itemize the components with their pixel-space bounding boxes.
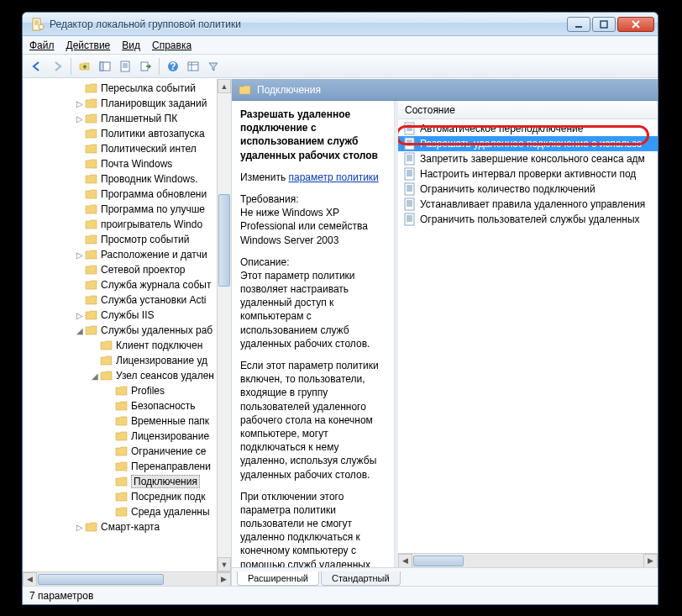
tree-item-label: Ограничение се	[131, 445, 206, 457]
tree-item[interactable]: Политический интел	[23, 141, 231, 156]
policy-item[interactable]: Настроить интервал проверки активности п…	[398, 166, 658, 182]
tree-item[interactable]: Программа обновлени	[23, 187, 231, 202]
svg-point-4	[39, 24, 44, 29]
list-scroll-thumb[interactable]	[413, 555, 464, 566]
tree-item-label: Пересылка событий	[101, 82, 196, 94]
tree-item[interactable]: Служба установки Acti	[23, 292, 231, 308]
forward-button[interactable]	[48, 57, 66, 76]
menu-view[interactable]: Вид	[122, 39, 140, 51]
policy-item[interactable]: Автоматическое переподключение	[398, 121, 658, 136]
svg-rect-11	[121, 61, 129, 71]
scroll-thumb-h[interactable]	[38, 574, 164, 585]
tree-item-label: Расположение и датчи	[101, 249, 207, 261]
expand-icon[interactable]: ▷	[75, 523, 85, 532]
tree-item[interactable]: ◢Службы удаленных раб	[23, 323, 231, 338]
content-area: Пересылка событий▷Планировщик заданий▷Пл…	[23, 78, 658, 586]
policy-item-label: Запретить завершение консольного сеанса …	[420, 153, 645, 165]
tab-extended[interactable]: Расширенный	[237, 571, 319, 586]
export-button[interactable]	[136, 57, 155, 76]
list-hscroll[interactable]: ◀ ▶	[398, 553, 658, 567]
tree-hscroll[interactable]: ◀ ▶	[23, 571, 231, 586]
list-scroll-right[interactable]: ▶	[643, 554, 658, 568]
tree-item[interactable]: Проводник Windows.	[23, 171, 231, 187]
policy-list[interactable]: Автоматическое переподключениеРазрешать …	[398, 119, 658, 227]
tree-item-label: Планшетный ПК	[101, 113, 177, 124]
scroll-thumb[interactable]	[218, 194, 230, 287]
tree-item[interactable]: ▷Смарт-карта	[23, 519, 231, 534]
tree-item-label: Временные папк	[131, 415, 209, 427]
policy-item[interactable]: Ограничить количество подключений	[398, 182, 658, 197]
tree-item[interactable]: ▷Службы IIS	[23, 308, 231, 323]
tree-item-label: Profiles	[131, 385, 165, 397]
expand-icon[interactable]: ◢	[75, 326, 85, 335]
minimize-button[interactable]	[567, 17, 590, 32]
tree-item[interactable]: Ограничение се	[23, 444, 231, 459]
tree-item[interactable]: Пересылка событий	[23, 81, 231, 96]
tree-item[interactable]: Почта Windows	[23, 156, 231, 171]
back-button[interactable]	[28, 57, 46, 76]
menubar: Файл Действие Вид Справка	[23, 36, 658, 55]
tree-item[interactable]: ◢Узел сеансов удален	[23, 368, 231, 383]
list-scroll-left[interactable]: ◀	[398, 554, 412, 568]
tree-item[interactable]: Перенаправлени	[23, 459, 231, 474]
tree-item[interactable]: Подключения	[23, 474, 231, 489]
tree[interactable]: Пересылка событий▷Планировщик заданий▷Пл…	[23, 79, 231, 586]
policy-item-label: Разрешать удаленное подключение с исполь…	[420, 138, 643, 150]
tree-item[interactable]: Посредник подк	[23, 489, 231, 504]
tree-item[interactable]: Безопасность	[23, 398, 231, 413]
titlebar[interactable]: Редактор локальной групповой политики	[23, 13, 658, 36]
tree-item[interactable]: ▷Планшетный ПК	[23, 111, 231, 126]
tab-standard[interactable]: Стандартный	[321, 571, 401, 586]
tree-item[interactable]: Временные папк	[23, 413, 231, 429]
tree-vscroll[interactable]: ▲ ▼	[217, 79, 231, 571]
properties-button[interactable]	[116, 57, 134, 76]
menu-file[interactable]: Файл	[29, 39, 55, 51]
tree-item-label: Службы удаленных раб	[101, 324, 212, 336]
tree-item[interactable]: Служба журнала событ	[23, 277, 231, 292]
help-button[interactable]: ?	[164, 57, 182, 76]
close-button[interactable]	[617, 17, 654, 32]
tree-item-label: Проводник Windows.	[101, 173, 198, 185]
menu-help[interactable]: Справка	[152, 39, 191, 51]
all-settings-button[interactable]	[184, 57, 202, 76]
tree-item[interactable]: ▷Расположение и датчи	[23, 247, 231, 262]
expand-icon[interactable]: ▷	[75, 114, 85, 124]
edit-policy-link[interactable]: параметр политики	[288, 171, 378, 183]
up-button[interactable]	[76, 57, 94, 76]
right-pane: Подключения Разрешать удаленное подключе…	[232, 79, 658, 586]
tree-item[interactable]: Программа по улучше	[23, 202, 231, 217]
tree-item[interactable]: Просмотр событий	[23, 232, 231, 247]
window-title: Редактор локальной групповой политики	[50, 18, 567, 30]
scroll-left-button[interactable]: ◀	[23, 572, 37, 587]
tree-item[interactable]: Лицензирование уд	[23, 353, 231, 368]
tree-item-label: Программа обновлени	[101, 188, 207, 200]
tree-item-label: проигрыватель Windo	[101, 218, 202, 230]
expand-icon[interactable]: ▷	[75, 99, 85, 108]
tree-item[interactable]: Лицензирование	[23, 429, 231, 444]
menu-action[interactable]: Действие	[66, 39, 111, 51]
scroll-down-button[interactable]: ▼	[218, 557, 231, 571]
policy-item[interactable]: Устанавливает правила удаленного управле…	[398, 197, 658, 212]
tree-item[interactable]: Среда удаленны	[23, 504, 231, 519]
policy-item[interactable]: Разрешать удаленное подключение с исполь…	[398, 136, 658, 151]
list-column-header[interactable]: Состояние	[398, 101, 658, 119]
right-header: Подключения	[232, 79, 658, 101]
tree-item[interactable]: проигрыватель Windo	[23, 217, 231, 232]
tree-item[interactable]: Profiles	[23, 383, 231, 398]
tree-item[interactable]: Политики автозапуска	[23, 126, 231, 141]
expand-icon[interactable]: ▷	[75, 311, 85, 320]
tree-item[interactable]: ▷Планировщик заданий	[23, 96, 231, 111]
tree-item-label: Почта Windows	[101, 158, 172, 170]
tree-item-label: Сетевой проектор	[101, 264, 186, 276]
scroll-right-button[interactable]: ▶	[217, 572, 231, 587]
maximize-button[interactable]	[592, 17, 616, 32]
show-tree-button[interactable]	[96, 57, 114, 76]
filter-button[interactable]	[204, 57, 223, 76]
tree-item[interactable]: Сетевой проектор	[23, 262, 231, 277]
tree-item[interactable]: Клиент подключен	[23, 338, 231, 353]
scroll-up-button[interactable]: ▲	[218, 79, 231, 93]
expand-icon[interactable]: ▷	[75, 250, 85, 260]
expand-icon[interactable]: ◢	[90, 371, 100, 381]
policy-item[interactable]: Ограничить пользователей службы удаленны…	[398, 212, 658, 227]
policy-item[interactable]: Запретить завершение консольного сеанса …	[398, 151, 658, 166]
